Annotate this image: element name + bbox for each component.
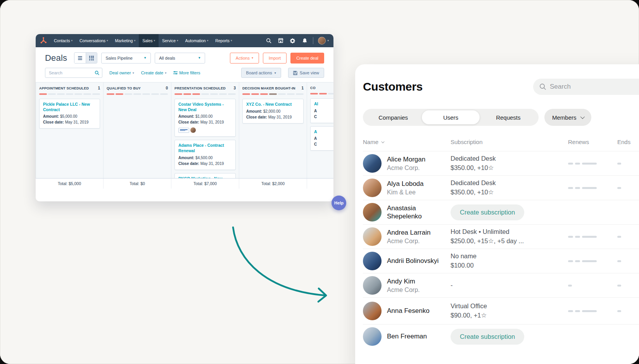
hubspot-logo-icon[interactable] <box>40 37 47 45</box>
stage-progress-bar <box>39 93 100 95</box>
pipeline-column-appointment-scheduled: APPOINTMENT SCHEDULED1 Pickle Palace LLC… <box>36 82 104 178</box>
column-total: Total: $5,000 <box>36 179 104 189</box>
deal-card[interactable]: PKGD Marketing - New Contract Amount: $1… <box>174 173 236 178</box>
chevron-down-icon: ▾ <box>133 71 134 75</box>
help-button[interactable]: Help <box>332 196 346 210</box>
column-total: Total: $7,000 <box>171 179 239 189</box>
deal-title-link[interactable]: A <box>314 129 333 135</box>
avatar <box>363 252 382 270</box>
deal-title-link[interactable]: Al <box>314 101 333 107</box>
nav-item-sales[interactable]: Sales▾ <box>139 34 159 47</box>
user-avatar[interactable] <box>318 37 326 45</box>
view-toggle <box>74 52 97 64</box>
table-row[interactable]: Andrii Bolinovskyi No name$100.00 <box>363 249 639 273</box>
search-icon[interactable] <box>95 70 99 75</box>
deal-search-input[interactable] <box>45 70 91 75</box>
ends-placeholder <box>617 187 639 189</box>
deal-owner-filter[interactable]: Deal owner▾ <box>109 70 134 75</box>
customers-search-box[interactable]: Search <box>533 79 639 95</box>
chevron-down-icon: ▾ <box>207 39 209 42</box>
avatar <box>363 302 382 320</box>
tab-users[interactable]: Users <box>422 110 479 124</box>
column-title: QUALIFIED TO BUY <box>107 86 141 90</box>
user-name: Anna Fesenko <box>387 307 430 315</box>
nav-item-automation[interactable]: Automation▾ <box>182 34 212 47</box>
nav-item-marketing[interactable]: Marketing▾ <box>112 34 139 47</box>
settings-gear-icon[interactable] <box>290 38 295 44</box>
subscription-plan: Virtual Office <box>451 302 568 311</box>
board-view-button[interactable] <box>86 53 97 63</box>
notifications-bell-icon[interactable] <box>302 38 307 44</box>
column-count: 1 <box>299 86 304 90</box>
subscription-plan: Dedicated Desk <box>451 179 568 188</box>
list-view-button[interactable] <box>74 53 86 63</box>
tab-requests[interactable]: Requests <box>480 110 537 124</box>
column-header-subscription: Subscription <box>451 139 568 145</box>
more-filters-button[interactable]: More filters <box>173 70 200 75</box>
chevron-down-icon: ▾ <box>252 56 253 60</box>
pipeline-select[interactable]: Sales Pipeline▼ <box>101 53 151 64</box>
nav-item-reports[interactable]: Reports▾ <box>212 34 235 47</box>
user-company: Kim & Lee <box>387 189 424 196</box>
page-background: Contacts▾ Conversations▾ Marketing▾ Sale… <box>0 0 639 364</box>
table-row[interactable]: Anastasia Shepelenko Create subscription <box>363 200 639 224</box>
deal-search-box <box>45 68 102 78</box>
chevron-down-icon: ▾ <box>71 39 73 42</box>
chevron-down-icon <box>580 115 584 119</box>
column-total: Total: $2,000 <box>239 179 307 189</box>
board-filters-row: Deal owner▾ Create date▾ More filters Bo… <box>36 67 333 78</box>
avatar <box>363 276 382 295</box>
customers-panel: Customers Search Companies Users Request… <box>355 64 639 364</box>
column-totals-row: Total: $5,000 Total: $0 Total: $7,000 To… <box>36 178 333 189</box>
nav-item-contacts[interactable]: Contacts▾ <box>50 34 76 47</box>
deal-title-link[interactable]: Adams Place - Contract Renewal <box>178 143 232 153</box>
renews-placeholder <box>568 260 617 262</box>
deal-card[interactable]: Adams Place - Contract Renewal Amount: $… <box>174 140 236 170</box>
deals-toolbar: Deals Sales Pipeline▼ All deals▼ Actions… <box>36 47 333 67</box>
deal-card[interactable]: XYZ Co. - New Contract Amount: $2,000.00… <box>242 99 304 124</box>
subscription-plan: Dedicated Desk <box>451 154 568 163</box>
table-row[interactable]: Ben Freeman Create subscription <box>363 324 639 349</box>
save-view-button[interactable]: Save view <box>288 68 324 78</box>
tab-companies[interactable]: Companies <box>364 110 422 124</box>
create-subscription-button[interactable]: Create subscription <box>451 204 524 220</box>
deal-card[interactable]: Al A C <box>310 98 333 123</box>
deal-title-link[interactable]: PKGD Marketing - New Contract <box>178 176 232 178</box>
create-deal-button[interactable]: Create deal <box>290 53 324 64</box>
deal-title-link[interactable]: Pickle Palace LLC - New Contract <box>43 102 96 112</box>
table-row[interactable]: Alice MorganAcme Corp. Dedicated Desk$35… <box>363 151 639 175</box>
board-actions-button[interactable]: Board actions▾ <box>241 68 281 78</box>
create-date-filter[interactable]: Create date▾ <box>141 70 167 75</box>
deal-card[interactable]: A A C <box>310 126 333 151</box>
deal-title-link[interactable]: Costar Video Systems - New Deal <box>178 102 232 112</box>
chevron-down-icon: ▾ <box>275 71 276 75</box>
deal-card[interactable]: Costar Video Systems - New Deal Amount: … <box>174 99 236 137</box>
subscription-price: $350.00, +10☆ <box>451 163 568 173</box>
table-row[interactable]: Andrea LarrainAcme Corp. Hot Desk • Unli… <box>363 224 639 249</box>
deals-filter-select[interactable]: All deals▼ <box>155 53 205 64</box>
actions-button[interactable]: Actions▾ <box>230 53 259 64</box>
table-row[interactable]: Anna Fesenko Virtual Office$90.00, +1☆ <box>363 297 639 324</box>
marketplace-icon[interactable] <box>278 38 283 44</box>
chevron-down-icon: ▾ <box>177 39 178 42</box>
page-title: Deals <box>45 53 67 63</box>
customers-tab-group: Companies Users Requests <box>363 109 539 126</box>
pipeline-column-qualified-to-buy: QUALIFIED TO BUY0 <box>104 82 171 178</box>
nav-item-conversations[interactable]: Conversations▾ <box>76 34 112 47</box>
board-view-icon <box>89 56 94 60</box>
user-name: Andrea Larrain <box>387 228 430 237</box>
deal-card[interactable]: Pickle Palace LLC - New Contract Amount:… <box>39 99 100 129</box>
subscription-plan: Hot Desk • Unlimited <box>451 227 568 237</box>
subscription-plan: No name <box>451 252 568 261</box>
column-header-renews: Renews <box>568 139 617 145</box>
search-icon[interactable] <box>266 38 271 44</box>
members-dropdown[interactable]: Members <box>544 109 591 126</box>
deal-title-link[interactable]: XYZ Co. - New Contract <box>246 102 300 107</box>
import-button[interactable]: Import <box>263 53 287 64</box>
table-row[interactable]: Andy KimAcme Corp. - <box>363 273 639 297</box>
pipeline-board: APPOINTMENT SCHEDULED1 Pickle Palace LLC… <box>36 82 333 178</box>
column-header-name[interactable]: Name <box>363 139 451 145</box>
nav-item-service[interactable]: Service▾ <box>159 34 182 47</box>
create-subscription-button[interactable]: Create subscription <box>451 329 524 345</box>
table-row[interactable]: Alya LobodaKim & Lee Dedicated Desk$350.… <box>363 175 639 200</box>
